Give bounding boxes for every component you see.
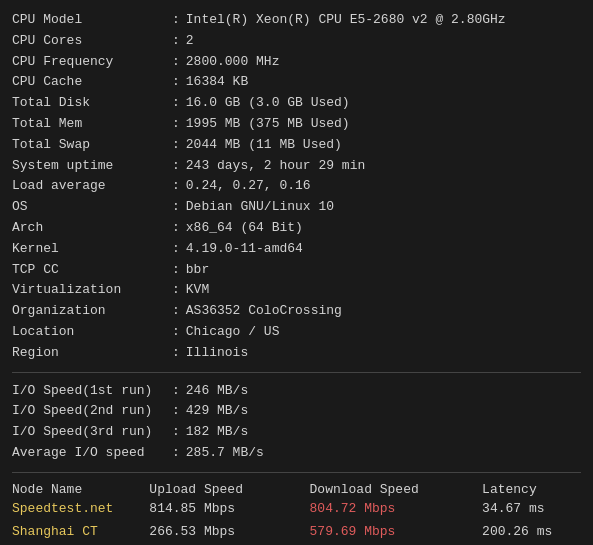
sysinfo-value: bbr: [186, 260, 209, 281]
sysinfo-row: Organization : AS36352 ColoCrossing: [12, 301, 581, 322]
sysinfo-value: 2800.000 MHz: [186, 52, 280, 73]
network-download: 804.72 Mbps: [310, 498, 483, 521]
sysinfo-label: Total Mem: [12, 114, 172, 135]
sysinfo-row: Virtualization : KVM: [12, 280, 581, 301]
colon: :: [172, 10, 180, 31]
sysinfo-row: Arch : x86_64 (64 Bit): [12, 218, 581, 239]
io-value: 182 MB/s: [186, 422, 248, 443]
io-label: I/O Speed(1st run): [12, 381, 172, 402]
colon: :: [172, 239, 180, 260]
sysinfo-section: CPU Model : Intel(R) Xeon(R) CPU E5-2680…: [12, 10, 581, 364]
sysinfo-row: Total Swap : 2044 MB (11 MB Used): [12, 135, 581, 156]
sysinfo-row: OS : Debian GNU/Linux 10: [12, 197, 581, 218]
sysinfo-value: x86_64 (64 Bit): [186, 218, 303, 239]
sysinfo-label: CPU Frequency: [12, 52, 172, 73]
sysinfo-value: Chicago / US: [186, 322, 280, 343]
sysinfo-label: CPU Cache: [12, 72, 172, 93]
divider-2: [12, 472, 581, 473]
network-latency: 34.67 ms: [482, 498, 581, 521]
io-row: Average I/O speed : 285.7 MB/s: [12, 443, 581, 464]
sysinfo-row: CPU Model : Intel(R) Xeon(R) CPU E5-2680…: [12, 10, 581, 31]
colon: :: [172, 218, 180, 239]
sysinfo-label: OS: [12, 197, 172, 218]
sysinfo-row: CPU Frequency : 2800.000 MHz: [12, 52, 581, 73]
sysinfo-label: Region: [12, 343, 172, 364]
network-section: Node Name Upload Speed Download Speed La…: [12, 481, 581, 545]
sysinfo-row: CPU Cache : 16384 KB: [12, 72, 581, 93]
sysinfo-value: 0.24, 0.27, 0.16: [186, 176, 311, 197]
sysinfo-value: Intel(R) Xeon(R) CPU E5-2680 v2 @ 2.80GH…: [186, 10, 506, 31]
network-header-row: Node Name Upload Speed Download Speed La…: [12, 481, 581, 498]
io-row: I/O Speed(1st run) : 246 MB/s: [12, 381, 581, 402]
sysinfo-label: CPU Cores: [12, 31, 172, 52]
colon: :: [172, 52, 180, 73]
sysinfo-label: Virtualization: [12, 280, 172, 301]
colon: :: [172, 280, 180, 301]
sysinfo-value: 2044 MB (11 MB Used): [186, 135, 342, 156]
io-label: Average I/O speed: [12, 443, 172, 464]
colon: :: [172, 322, 180, 343]
io-row: I/O Speed(2nd run) : 429 MB/s: [12, 401, 581, 422]
col-header-latency: Latency: [482, 481, 581, 498]
network-upload: 814.85 Mbps: [149, 498, 309, 521]
sysinfo-row: Total Disk : 16.0 GB (3.0 GB Used): [12, 93, 581, 114]
col-header-upload: Upload Speed: [149, 481, 309, 498]
network-node: Shanghai CT: [12, 521, 149, 544]
colon: :: [172, 401, 180, 422]
sysinfo-row: Total Mem : 1995 MB (375 MB Used): [12, 114, 581, 135]
network-latency: 200.26 ms: [482, 521, 581, 544]
colon: :: [172, 381, 180, 402]
io-value: 246 MB/s: [186, 381, 248, 402]
colon: :: [172, 197, 180, 218]
io-value: 429 MB/s: [186, 401, 248, 422]
sysinfo-label: Load average: [12, 176, 172, 197]
col-header-node: Node Name: [12, 481, 149, 498]
io-label: I/O Speed(3rd run): [12, 422, 172, 443]
sysinfo-label: TCP CC: [12, 260, 172, 281]
sysinfo-row: Region : Illinois: [12, 343, 581, 364]
sysinfo-value: 2: [186, 31, 194, 52]
sysinfo-value: 243 days, 2 hour 29 min: [186, 156, 365, 177]
sysinfo-row: CPU Cores : 2: [12, 31, 581, 52]
sysinfo-value: Debian GNU/Linux 10: [186, 197, 334, 218]
io-section: I/O Speed(1st run) : 246 MB/s I/O Speed(…: [12, 381, 581, 464]
sysinfo-value: 4.19.0-11-amd64: [186, 239, 303, 260]
network-row: Speedtest.net 814.85 Mbps 804.72 Mbps 34…: [12, 498, 581, 521]
sysinfo-row: TCP CC : bbr: [12, 260, 581, 281]
network-node: Speedtest.net: [12, 498, 149, 521]
colon: :: [172, 93, 180, 114]
sysinfo-value: KVM: [186, 280, 209, 301]
sysinfo-label: Kernel: [12, 239, 172, 260]
sysinfo-label: Total Swap: [12, 135, 172, 156]
sysinfo-value: AS36352 ColoCrossing: [186, 301, 342, 322]
network-table: Node Name Upload Speed Download Speed La…: [12, 481, 581, 545]
sysinfo-label: Arch: [12, 218, 172, 239]
colon: :: [172, 72, 180, 93]
sysinfo-value: 16.0 GB (3.0 GB Used): [186, 93, 350, 114]
sysinfo-value: Illinois: [186, 343, 248, 364]
sysinfo-row: Location : Chicago / US: [12, 322, 581, 343]
colon: :: [172, 301, 180, 322]
sysinfo-row: Kernel : 4.19.0-11-amd64: [12, 239, 581, 260]
colon: :: [172, 343, 180, 364]
colon: :: [172, 422, 180, 443]
colon: :: [172, 31, 180, 52]
colon: :: [172, 260, 180, 281]
divider-1: [12, 372, 581, 373]
sysinfo-label: Organization: [12, 301, 172, 322]
sysinfo-label: Total Disk: [12, 93, 172, 114]
sysinfo-label: System uptime: [12, 156, 172, 177]
colon: :: [172, 156, 180, 177]
colon: :: [172, 443, 180, 464]
sysinfo-row: Load average : 0.24, 0.27, 0.16: [12, 176, 581, 197]
network-row: Shanghai CT 266.53 Mbps 579.69 Mbps 200.…: [12, 521, 581, 544]
io-row: I/O Speed(3rd run) : 182 MB/s: [12, 422, 581, 443]
io-value: 285.7 MB/s: [186, 443, 264, 464]
colon: :: [172, 176, 180, 197]
network-download: 579.69 Mbps: [310, 521, 483, 544]
colon: :: [172, 135, 180, 156]
sysinfo-value: 1995 MB (375 MB Used): [186, 114, 350, 135]
sysinfo-value: 16384 KB: [186, 72, 248, 93]
colon: :: [172, 114, 180, 135]
sysinfo-label: Location: [12, 322, 172, 343]
